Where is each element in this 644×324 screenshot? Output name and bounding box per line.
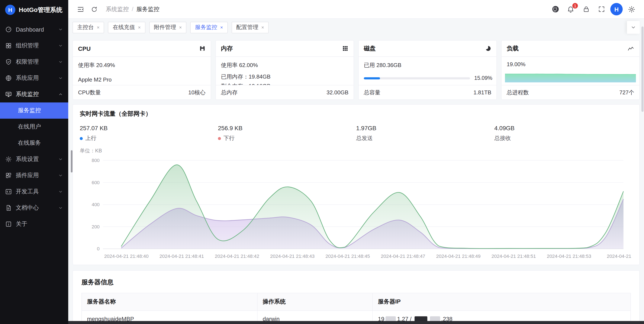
svg-text:2024-04-21 21:48:45: 2024-04-21 21:48:45 — [326, 253, 370, 259]
svg-text:2024-04-21 21:48:47: 2024-04-21 21:48:47 — [381, 253, 425, 259]
app-title: HotGo管理系统 — [19, 6, 62, 14]
chevron-down-icon — [58, 205, 63, 210]
tab-附件管理[interactable]: 附件管理× — [149, 22, 186, 33]
network-stats-row: 257.07 KB上行256.9 KB下行1.97GB总发送4.09GB总接收 — [80, 125, 632, 142]
breadcrumb-current: 服务监控 — [136, 5, 160, 13]
sidebar-item-Dashboard[interactable]: Dashboard — [0, 21, 68, 38]
disk-footer-value: 1.81TB — [474, 89, 491, 96]
sidebar-item-插件应用[interactable]: 插件应用 — [0, 167, 68, 184]
window-bottom-edge — [68, 321, 644, 324]
memory-usage: 使用率 62.00% — [221, 62, 348, 69]
svg-text:800: 800 — [92, 158, 100, 163]
svg-text:2024-04-21 21:48:41: 2024-04-21 21:48:41 — [160, 253, 204, 259]
settings-button[interactable] — [625, 3, 638, 16]
svg-text:200: 200 — [92, 224, 100, 229]
sidebar-collapse-button[interactable] — [74, 3, 87, 16]
chevron-up-icon — [58, 92, 63, 97]
monitor-icon — [5, 91, 12, 98]
chart-unit-label: 单位：KB — [80, 147, 632, 155]
breadcrumb: 系统监控 / 服务监控 — [106, 5, 160, 13]
svg-text:2024-04-21 21:48:49: 2024-04-21 21:48:49 — [436, 253, 480, 259]
breadcrumb-parent[interactable]: 系统监控 — [106, 5, 129, 13]
cpu-usage: 使用率 20.49% — [78, 62, 206, 69]
tab-服务监控[interactable]: 服务监控× — [190, 22, 228, 33]
chevron-down-icon — [58, 76, 63, 81]
sidebar: H HotGo管理系统 Dashboard组织管理权限管理系统应用系统监控服务监… — [0, 0, 68, 324]
sidebar-item-关于[interactable]: 关于 — [0, 216, 68, 232]
memory-card-title: 内存 — [221, 45, 233, 52]
tab-在线充值[interactable]: 在线充值× — [108, 22, 146, 33]
close-icon[interactable]: × — [179, 25, 182, 30]
sidebar-item-系统设置[interactable]: 系统设置 — [0, 151, 68, 167]
devtools-icon — [5, 188, 12, 195]
sidebar-item-文档中心[interactable]: 文档中心 — [0, 200, 68, 216]
cpu-model: Apple M2 Pro — [78, 76, 206, 83]
tab-list: 主控台×在线充值×附件管理×服务监控×配置管理× — [72, 22, 269, 33]
permission-icon — [5, 59, 12, 65]
content-scrollbar-thumb[interactable] — [71, 150, 72, 172]
refresh-button[interactable] — [88, 3, 101, 16]
column-header-操作系统: 操作系统 — [258, 293, 373, 310]
sidebar-item-系统监控[interactable]: 系统监控 — [0, 86, 68, 102]
lock-screen-button[interactable] — [580, 3, 592, 16]
sidebar-subitem-服务监控[interactable]: 服务监控 — [0, 102, 68, 119]
sidebar-subitem-在线用户[interactable]: 在线用户 — [0, 119, 68, 135]
close-icon[interactable]: × — [97, 25, 100, 30]
chevron-down-icon — [58, 189, 63, 194]
server-info-card: 服务器信息 服务器名称操作系统服务器IP mengshuaideMBPdarwi… — [72, 270, 640, 324]
user-avatar[interactable]: H — [610, 3, 623, 15]
page-scrollbar-thumb[interactable] — [642, 27, 644, 112]
svg-text:2024-04-21 21:48:40: 2024-04-21 21:48:40 — [104, 253, 148, 259]
svg-text:2024-04-21 21:4: 2024-04-21 21:4 — [607, 253, 632, 259]
dashboard-icon — [5, 26, 12, 33]
sidebar-item-权限管理[interactable]: 权限管理 — [0, 54, 68, 70]
org-icon — [5, 42, 12, 49]
memory-footer-label: 总内存 — [221, 89, 238, 96]
disk-footer-label: 总容量 — [364, 89, 380, 96]
fullscreen-button[interactable] — [595, 3, 608, 16]
sidebar-item-开发工具[interactable]: 开发工具 — [0, 184, 68, 200]
memory-footer-value: 32.00GB — [326, 89, 348, 96]
stat-cards-row: CPU 使用率 20.49% Apple M2 Pro CPU数量 10核心 内… — [72, 40, 640, 100]
docs-icon — [5, 204, 12, 211]
column-header-服务器名称: 服务器名称 — [82, 293, 258, 310]
grid-icon — [342, 45, 348, 52]
memory-card: 内存 使用率 62.00% 已用内存：19.84GB 剩余内存：12.16GB … — [216, 40, 354, 100]
disk-card: 磁盘 已用 280.36GB 15.09% 总容量 — [358, 40, 497, 100]
memory-used: 已用内存：19.84GB — [221, 73, 348, 80]
plugin-icon — [5, 172, 12, 179]
cpu-footer-value: 10核心 — [188, 89, 206, 96]
sidebar-subitem-在线服务[interactable]: 在线服务 — [0, 135, 68, 151]
chevron-down-icon — [58, 173, 63, 178]
close-icon[interactable]: × — [138, 25, 141, 30]
app-icon — [5, 75, 12, 82]
about-icon — [5, 221, 12, 227]
chevron-down-icon — [58, 59, 63, 65]
sidebar-item-组织管理[interactable]: 组织管理 — [0, 38, 68, 54]
disk-progress: 15.09% — [364, 75, 491, 82]
tab-配置管理[interactable]: 配置管理× — [232, 22, 269, 33]
load-usage: 19.00% — [505, 61, 636, 68]
github-icon[interactable] — [549, 3, 562, 16]
cpu-icon — [199, 45, 206, 52]
column-header-服务器IP: 服务器IP — [372, 293, 630, 310]
traffic-stat-下行: 256.9 KB下行 — [218, 125, 356, 142]
tab-主控台[interactable]: 主控台× — [72, 22, 104, 33]
load-footer-value: 727个 — [620, 89, 634, 96]
close-icon[interactable]: × — [220, 25, 223, 30]
tabbar: 主控台×在线充值×附件管理×服务监控×配置管理× — [68, 19, 644, 36]
close-icon[interactable]: × — [262, 25, 264, 30]
chevron-down-icon — [58, 27, 63, 32]
svg-text:2024-04-21 21:48:53: 2024-04-21 21:48:53 — [547, 253, 591, 259]
notifications-button[interactable]: 1 — [564, 3, 577, 16]
main-area: 系统监控 / 服务监控 1 H 主控台×在线充值×附件管理×服务监控×配置管理× — [68, 0, 644, 324]
svg-text:2024-04-21 21:48:42: 2024-04-21 21:48:42 — [215, 253, 259, 259]
app-logo[interactable]: H HotGo管理系统 — [0, 0, 68, 20]
breadcrumb-separator: / — [132, 6, 134, 12]
sidebar-item-系统应用[interactable]: 系统应用 — [0, 70, 68, 86]
server-info-table: 服务器名称操作系统服务器IP mengshuaideMBPdarwin191.2… — [82, 293, 631, 324]
topbar: 系统监控 / 服务监控 1 H — [68, 0, 644, 19]
tabs-dropdown-button[interactable] — [627, 21, 640, 34]
load-sparkline-chart — [505, 70, 636, 82]
cpu-card: CPU 使用率 20.49% Apple M2 Pro CPU数量 10核心 — [72, 40, 211, 100]
